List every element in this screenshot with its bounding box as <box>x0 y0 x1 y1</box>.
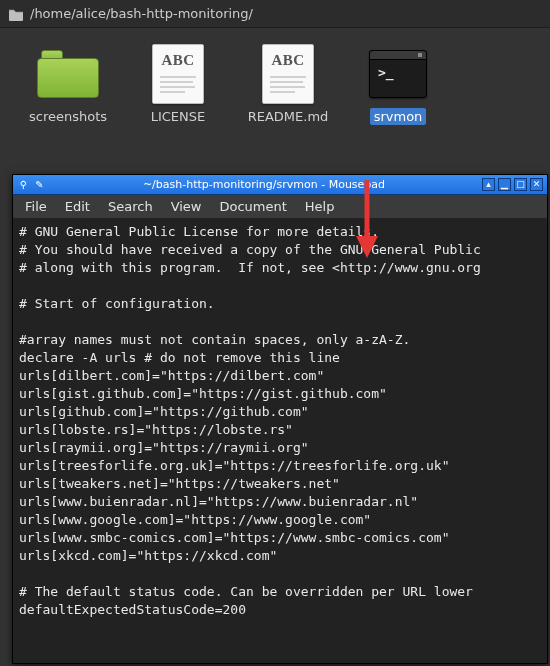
file-item-screenshots[interactable]: screenshots <box>22 46 114 125</box>
file-grid: screenshots ABC LICENSE ABC <box>0 28 550 133</box>
menu-search[interactable]: Search <box>100 197 161 216</box>
menu-edit[interactable]: Edit <box>57 197 98 216</box>
file-label: LICENSE <box>147 108 210 125</box>
maximize-button[interactable]: □ <box>514 178 527 191</box>
file-item-srvmon[interactable]: >_ srvmon <box>352 46 444 125</box>
folder-icon <box>33 46 103 102</box>
path-bar[interactable]: /home/alice/bash-http-monitoring/ <box>0 0 550 28</box>
menu-view[interactable]: View <box>163 197 210 216</box>
file-label: srvmon <box>370 108 427 125</box>
editor-window: ⚲ ✎ ~/bash-http-monitoring/srvmon - Mous… <box>12 174 548 664</box>
text-file-icon: ABC <box>253 46 323 102</box>
file-label: screenshots <box>25 108 111 125</box>
menubar: File Edit Search View Document Help <box>13 195 547 219</box>
terminal-script-icon: >_ <box>363 46 433 102</box>
editor-text-area[interactable]: # GNU General Public License for more de… <box>13 219 547 663</box>
minimize-button[interactable]: ▁ <box>498 178 511 191</box>
menu-help[interactable]: Help <box>297 197 343 216</box>
file-item-license[interactable]: ABC LICENSE <box>132 46 224 125</box>
window-title: ~/bash-http-monitoring/srvmon - Mousepad <box>50 178 478 191</box>
close-button[interactable]: ✕ <box>530 178 543 191</box>
text-file-icon: ABC <box>143 46 213 102</box>
file-label: README.md <box>244 108 333 125</box>
pin-icon[interactable]: ⚲ <box>17 178 30 191</box>
app-icon: ✎ <box>33 178 46 191</box>
menu-file[interactable]: File <box>17 197 55 216</box>
path-text: /home/alice/bash-http-monitoring/ <box>30 6 253 21</box>
menu-document[interactable]: Document <box>211 197 294 216</box>
folder-icon <box>8 7 24 21</box>
shade-button[interactable]: ▴ <box>482 178 495 191</box>
titlebar[interactable]: ⚲ ✎ ~/bash-http-monitoring/srvmon - Mous… <box>13 175 547 195</box>
file-item-readme[interactable]: ABC README.md <box>242 46 334 125</box>
